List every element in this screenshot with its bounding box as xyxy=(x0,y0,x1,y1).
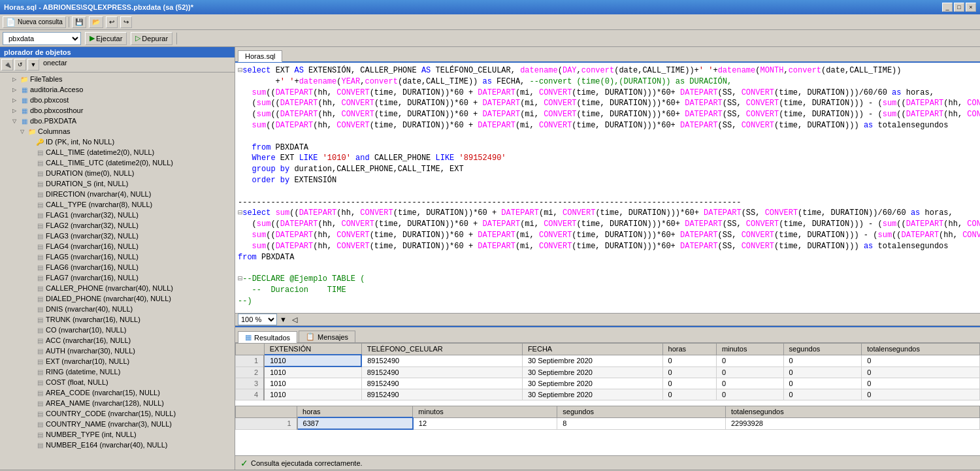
window-controls[interactable]: _ □ × xyxy=(942,3,976,12)
results-content[interactable]: EXTENSIÓN TELÉFONO_CELULAR FECHA horas m… xyxy=(235,343,980,455)
tree-item-col-duration_s[interactable]: ▤ DURATION_S (int, NULL) xyxy=(0,178,235,189)
editor-tab-header: Horas.sql xyxy=(235,47,980,63)
minimize-button[interactable]: _ xyxy=(942,3,953,12)
maximize-button[interactable]: □ xyxy=(954,3,964,12)
tree-item-col-area_code[interactable]: ▤ AREA_CODE (nvarchar(15), NULL) xyxy=(0,387,235,398)
tree-item-col-flag6[interactable]: ▤ FLAG6 (nvarchar(16), NULL) xyxy=(0,262,235,272)
tree-item-col-number_e164[interactable]: ▤ NUMBER_E164 (nvarchar(40), NULL) xyxy=(0,440,235,450)
tree-item-col-co[interactable]: ▤ CO (nvarchar(10), NULL) xyxy=(0,325,235,335)
tree-item-col-cost[interactable]: ▤ COST (float, NULL) xyxy=(0,377,235,387)
refresh-button[interactable]: ↺ xyxy=(14,59,26,71)
folder-icon: 📁 xyxy=(20,74,29,84)
undo-button[interactable]: ↩ xyxy=(106,16,118,28)
code-line-15: from PBXDATA xyxy=(235,252,980,263)
col-header-horas2: horas xyxy=(297,406,413,418)
tree-item-col-dnis[interactable]: ▤ DNIS (nvarchar(40), NULL) xyxy=(0,304,235,314)
tree-item-col-caller_phone[interactable]: ▤ CALLER_PHONE (nvarchar(40), NULL) xyxy=(0,283,235,293)
open-button[interactable]: 📂 xyxy=(89,16,103,28)
debug-button[interactable]: ▷ Depurar xyxy=(131,32,172,45)
redo-button[interactable]: ↪ xyxy=(120,16,132,28)
tree-item-pbxcosthour[interactable]: ▷ ▦ dbo.pbxcosthour xyxy=(0,105,235,116)
tree-item-col-flag1[interactable]: ▤ FLAG1 (nvarchar(32), NULL) xyxy=(0,210,235,220)
connect-icon: 🔌 xyxy=(4,61,11,68)
column-icon: ▤ xyxy=(35,200,44,209)
table-icon: ▦ xyxy=(20,85,29,94)
table-cell: 0 xyxy=(862,389,980,400)
row-number: 1 xyxy=(236,417,297,429)
editor-tab-horas[interactable]: Horas.sql xyxy=(238,50,282,62)
code-line-8: Where EXT LIKE '1010' and CALLER_PHONE L… xyxy=(235,153,980,164)
tree-item-col-trunk[interactable]: ▤ TRUNK (nvarchar(16), NULL) xyxy=(0,314,235,325)
tree-item-columns-folder[interactable]: ▽ 📁 Columnas xyxy=(0,126,235,137)
tab-messages[interactable]: 📋 Mensajes xyxy=(299,331,355,342)
code-line-4: (sum((DATEPART(hh, CONVERT(time, DURATIO… xyxy=(235,98,980,109)
table-icon: ▦ xyxy=(20,95,29,105)
tree-item-col-direction[interactable]: ▤ DIRECTION (nvarchar(4), NULL) xyxy=(0,189,235,199)
table-cell: 12 xyxy=(413,417,557,429)
tree-item-col-auth[interactable]: ▤ AUTH (nvarchar(30), NULL) xyxy=(0,346,235,356)
tree-item-col-country_name[interactable]: ▤ COUNTRY_NAME (nvarchar(3), NULL) xyxy=(0,419,235,429)
tree-item-col-call_type[interactable]: ▤ CALL_TYPE (nvarchar(8), NULL) xyxy=(0,199,235,210)
zoom-selector[interactable]: 100 % xyxy=(238,314,277,325)
tree-item-col-flag3[interactable]: ▤ FLAG3 (nvarchar(32), NULL) xyxy=(0,231,235,241)
folder-icon: 📁 xyxy=(27,127,37,136)
column-icon: ▤ xyxy=(35,388,44,397)
top-toolbar: 📄 Nueva consulta 💾 📂 ↩ ↪ xyxy=(0,14,980,30)
table-cell: 0 xyxy=(716,378,783,389)
tree-item-filetables[interactable]: ▷ 📁 FileTables xyxy=(0,74,235,84)
code-line-13: sum((DATEPART(hh, CONVERT(time, DURATION… xyxy=(235,230,980,241)
row-number: 4 xyxy=(236,389,265,400)
code-line-declare2: -- Duracion TIME xyxy=(235,285,980,296)
database-selector[interactable]: pbxdata xyxy=(3,32,81,45)
execute-button[interactable]: ▶ Ejecutar xyxy=(85,32,127,45)
column-icon: ▤ xyxy=(35,189,44,199)
tab-results[interactable]: ▦ Resultados xyxy=(238,331,297,343)
tree-item-col-flag5[interactable]: ▤ FLAG5 (nvarchar(16), NULL) xyxy=(0,252,235,262)
object-explorer-panel: plorador de objetos 🔌 ↺ ▼ onectar ▷ 📁 Fi… xyxy=(0,47,235,470)
table-cell: 0 xyxy=(862,366,980,378)
col-header-minutos2: minutos xyxy=(413,406,557,418)
col-header-totalensegundos2: totalensegundos xyxy=(725,406,979,418)
close-button[interactable]: × xyxy=(966,3,976,12)
tree-item-col-country_code[interactable]: ▤ COUNTRY_CODE (nvarchar(15), NULL) xyxy=(0,408,235,419)
tree-item-col-flag7[interactable]: ▤ FLAG7 (nvarchar(16), NULL) xyxy=(0,272,235,283)
column-icon: ▤ xyxy=(35,440,44,449)
code-editor[interactable]: ⊟select EXT AS EXTENSIÓN, CALLER_PHONE A… xyxy=(235,63,980,313)
tree-item-col-flag2[interactable]: ▤ FLAG2 (nvarchar(32), NULL) xyxy=(0,220,235,231)
column-icon: ▤ xyxy=(35,419,44,429)
table-cell: 22993928 xyxy=(725,417,979,429)
col-header-extension: EXTENSIÓN xyxy=(264,344,361,355)
table-cell: 89152490 xyxy=(361,389,522,400)
connect-label: onectar xyxy=(41,59,67,71)
code-line-blank2 xyxy=(235,186,980,197)
column-icon: ▤ xyxy=(35,284,44,293)
main-layout: plorador de objetos 🔌 ↺ ▼ onectar ▷ 📁 Fi… xyxy=(0,47,980,470)
column-icon: ▤ xyxy=(35,409,44,418)
tree-item-col-acc[interactable]: ▤ ACC (nvarchar(16), NULL) xyxy=(0,335,235,346)
col-header-horas: horas xyxy=(662,344,716,355)
toolbar-separator xyxy=(176,33,177,44)
grid-icon: ▦ xyxy=(245,333,252,342)
connect-button[interactable]: 🔌 xyxy=(1,59,13,71)
tree-item-col-flag4[interactable]: ▤ FLAG4 (nvarchar(16), NULL) xyxy=(0,241,235,252)
tree-item-col-call_time_utc[interactable]: ▤ CALL_TIME_UTC (datetime2(0), NULL) xyxy=(0,157,235,168)
table-cell: 30 Septiembre 2020 xyxy=(522,378,662,389)
tree-item-col-id[interactable]: 🔑 ID (PK, int, No NULL) xyxy=(0,137,235,147)
tree-item-auditoria[interactable]: ▷ ▦ auditoria.Acceso xyxy=(0,84,235,95)
tree-item-col-number_type[interactable]: ▤ NUMBER_TYPE (int, NULL) xyxy=(0,429,235,440)
tree-item-col-ext[interactable]: ▤ EXT (nvarchar(10), NULL) xyxy=(0,356,235,366)
tree-item-col-area_name[interactable]: ▤ AREA_NAME (nvarchar(128), NULL) xyxy=(0,398,235,408)
tree-item-pbxcost[interactable]: ▷ ▦ dbo.pbxcost xyxy=(0,95,235,105)
table-cell: 8 xyxy=(557,417,726,429)
tree-item-col-call_time[interactable]: ▤ CALL_TIME (datetime2(0), NULL) xyxy=(0,147,235,157)
tree-item-col-duration[interactable]: ▤ DURATION (time(0), NULL) xyxy=(0,168,235,178)
new-query-button[interactable]: 📄 Nueva consulta xyxy=(3,16,66,28)
tree-item-col-ring[interactable]: ▤ RING (datetime, NULL) xyxy=(0,366,235,377)
column-icon: ▤ xyxy=(35,273,44,282)
column-icon: ▤ xyxy=(35,263,44,272)
save-button[interactable]: 💾 xyxy=(72,16,86,28)
column-icon: ▤ xyxy=(35,242,44,251)
filter-button[interactable]: ▼ xyxy=(27,59,39,71)
tree-item-pbxdata[interactable]: ▽ ▦ dbo.PBXDATA xyxy=(0,116,235,126)
tree-item-col-dialed_phone[interactable]: ▤ DIALED_PHONE (nvarchar(40), NULL) xyxy=(0,293,235,304)
